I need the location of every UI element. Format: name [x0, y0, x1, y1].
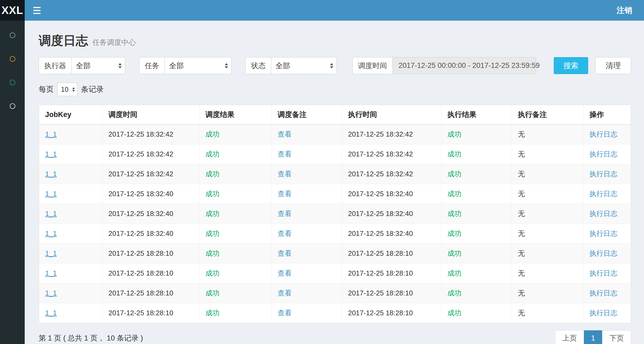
page-size-select[interactable]: 10 [57, 83, 77, 96]
main-content: 调度日志 任务调度中心 执行器 全部 任务 全部 状态 [25, 21, 644, 344]
exec-time-cell: 2017-12-25 18:32:40 [342, 184, 441, 204]
schedule-note-link[interactable]: 查看 [278, 170, 292, 178]
job-select[interactable]: 全部 [165, 57, 231, 74]
jobkey-link[interactable]: 1_1 [45, 210, 57, 218]
table-row: 1_12017-12-25 18:32:40成功查看2017-12-25 18:… [39, 224, 631, 244]
exec-log-link[interactable]: 执行日志 [589, 249, 617, 257]
next-page-button[interactable]: 下页 [602, 330, 631, 344]
circle-outline-icon [10, 56, 15, 62]
schedule-note-link-cell: 查看 [272, 303, 342, 323]
clear-button[interactable]: 清理 [595, 57, 631, 74]
executor-filter-label: 执行器 [39, 57, 71, 74]
jobkey-link-cell: 1_1 [39, 144, 103, 164]
exec-log-link[interactable]: 执行日志 [589, 150, 617, 158]
schedule-note-link[interactable]: 查看 [278, 210, 292, 218]
page-size-control: 每页 10 条记录 [39, 83, 631, 96]
exec-log-link-cell: 执行日志 [583, 283, 631, 303]
schedule-note-link-cell: 查看 [272, 125, 342, 144]
exec-result-cell: 成功 [442, 264, 512, 283]
exec-log-link[interactable]: 执行日志 [589, 309, 617, 317]
exec-log-link-cell: 执行日志 [583, 204, 631, 224]
exec-log-link[interactable]: 执行日志 [589, 289, 617, 297]
schedule-result-cell: 成功 [200, 125, 272, 144]
exec-note-cell: 无 [512, 224, 584, 244]
schedule-note-link[interactable]: 查看 [278, 190, 292, 198]
current-page-button[interactable]: 1 [584, 330, 602, 344]
schedule-note-link-cell: 查看 [272, 184, 342, 204]
schedule-note-link[interactable]: 查看 [278, 289, 292, 297]
column-header: 执行时间 [342, 105, 441, 125]
exec-log-link[interactable]: 执行日志 [589, 210, 617, 218]
schedule-note-link-cell: 查看 [272, 224, 342, 244]
table-row: 1_12017-12-25 18:32:42成功查看2017-12-25 18:… [39, 125, 631, 144]
column-header: JobKey [39, 105, 103, 125]
jobkey-link[interactable]: 1_1 [45, 229, 57, 237]
jobkey-link[interactable]: 1_1 [45, 269, 57, 277]
schedule-note-link[interactable]: 查看 [278, 130, 292, 138]
exec-note-cell: 无 [512, 283, 584, 303]
executor-filter-group: 执行器 全部 [39, 57, 125, 74]
exec-log-link-cell: 执行日志 [583, 184, 631, 204]
table-row: 1_12017-12-25 18:32:40成功查看2017-12-25 18:… [39, 184, 631, 204]
schedule-note-link-cell: 查看 [272, 264, 342, 283]
jobkey-link[interactable]: 1_1 [45, 249, 57, 257]
exec-log-link[interactable]: 执行日志 [589, 170, 617, 178]
exec-note-cell: 无 [512, 184, 584, 204]
exec-result-cell: 成功 [442, 164, 512, 184]
sidebar-toggle-icon[interactable] [25, 0, 49, 21]
exec-log-link[interactable]: 执行日志 [589, 269, 617, 277]
sidebar-item[interactable] [0, 23, 25, 47]
exec-note-cell: 无 [512, 144, 584, 164]
app-logo[interactable]: XXL [0, 0, 25, 21]
status-filter-label: 状态 [245, 57, 271, 74]
jobkey-link[interactable]: 1_1 [45, 190, 57, 198]
schedule-time-cell: 2017-12-25 18:32:42 [102, 164, 199, 184]
executor-select[interactable]: 全部 [71, 57, 125, 74]
select-arrows-icon [72, 87, 75, 92]
sidebar-item[interactable] [0, 71, 25, 94]
select-arrows-icon [225, 63, 228, 68]
log-table-container: JobKey调度时间调度结果调度备注执行时间执行结果执行备注操作 1_12017… [39, 105, 631, 323]
schedule-time-range-input[interactable]: 2017-12-25 00:00:00 - 2017-12-25 23:59:5… [392, 57, 536, 74]
page-size-value: 10 [61, 86, 68, 93]
schedule-time-cell: 2017-12-25 18:32:42 [102, 125, 199, 144]
schedule-time-cell: 2017-12-25 18:32:40 [102, 224, 199, 244]
exec-log-link-cell: 执行日志 [583, 264, 631, 283]
schedule-note-link[interactable]: 查看 [278, 269, 292, 277]
jobkey-link[interactable]: 1_1 [45, 150, 57, 158]
logout-link[interactable]: 注销 [605, 0, 644, 21]
log-table-body: 1_12017-12-25 18:32:42成功查看2017-12-25 18:… [39, 125, 631, 323]
jobkey-link[interactable]: 1_1 [45, 289, 57, 297]
pagination-summary: 第 1 页 ( 总共 1 页， 10 条记录 ) [39, 333, 143, 343]
exec-log-link[interactable]: 执行日志 [589, 130, 617, 138]
schedule-note-link[interactable]: 查看 [278, 249, 292, 257]
sidebar-nav [0, 21, 25, 344]
exec-result-cell: 成功 [442, 184, 512, 204]
schedule-note-link-cell: 查看 [272, 204, 342, 224]
exec-log-link[interactable]: 执行日志 [589, 190, 617, 198]
schedule-note-link-cell: 查看 [272, 164, 342, 184]
schedule-note-link[interactable]: 查看 [278, 150, 292, 158]
schedule-note-link[interactable]: 查看 [278, 229, 292, 237]
schedule-note-link-cell: 查看 [272, 244, 342, 264]
status-filter-group: 状态 全部 [245, 57, 337, 74]
sidebar-item[interactable] [0, 47, 25, 71]
jobkey-link[interactable]: 1_1 [45, 309, 57, 317]
exec-log-link-cell: 执行日志 [583, 144, 631, 164]
exec-note-cell: 无 [512, 244, 584, 264]
page-subtitle: 任务调度中心 [92, 38, 136, 47]
sidebar-item[interactable] [0, 94, 25, 118]
jobkey-link[interactable]: 1_1 [45, 170, 57, 178]
exec-note-cell: 无 [512, 204, 584, 224]
column-header: 操作 [583, 105, 631, 125]
schedule-result-cell: 成功 [200, 224, 272, 244]
exec-result-cell: 成功 [442, 204, 512, 224]
prev-page-button[interactable]: 上页 [555, 330, 584, 344]
exec-log-link[interactable]: 执行日志 [589, 229, 617, 237]
schedule-note-link[interactable]: 查看 [278, 309, 292, 317]
status-select[interactable]: 全部 [271, 57, 337, 74]
jobkey-link[interactable]: 1_1 [45, 130, 57, 138]
jobkey-link-cell: 1_1 [39, 224, 103, 244]
search-button[interactable]: 搜索 [554, 57, 588, 74]
log-table: JobKey调度时间调度结果调度备注执行时间执行结果执行备注操作 1_12017… [39, 105, 631, 323]
